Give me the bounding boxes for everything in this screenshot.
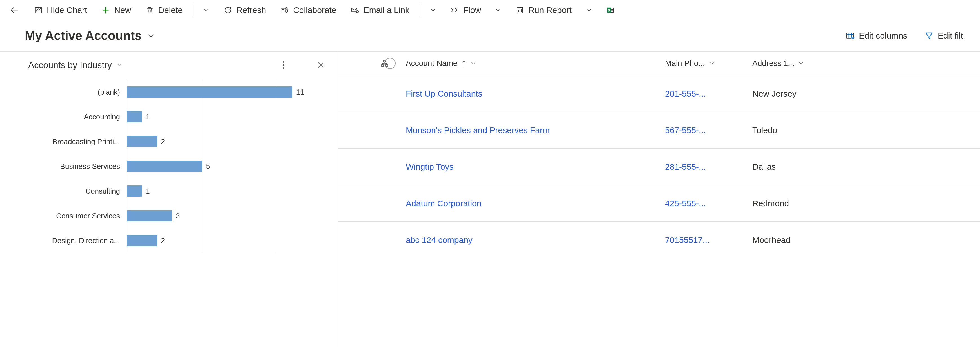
refresh-icon [223,6,232,15]
column-header-address-city[interactable]: Address 1... [752,59,840,68]
chart-bar-track: 2 [127,129,326,154]
refresh-button[interactable]: Refresh [218,1,272,19]
back-button[interactable] [10,5,25,15]
main-phone-link[interactable]: 201-555-... [665,89,706,98]
chart-bar-row: Broadcasting Printi...2 [28,129,326,154]
account-name-link[interactable]: Munson's Pickles and Preserves Farm [406,125,550,135]
column-header-account-name[interactable]: Account Name [406,59,665,68]
account-name-link[interactable]: abc 124 company [406,235,473,245]
chevron-down-icon [708,60,715,67]
run-report-button[interactable]: Run Report [510,1,577,19]
chart-bar-label: Business Services [28,162,127,171]
view-header: My Active Accounts Edit columns Edit fil… [0,20,980,51]
table-row[interactable]: First Up Consultants201-555-...New Jerse… [338,75,980,112]
column-label: Main Pho... [665,59,705,68]
chevron-down-icon [116,61,123,69]
chart-bar-label: Design, Direction a... [28,236,127,245]
column-label: Account Name [406,59,458,68]
chart-bar[interactable] [127,111,142,122]
new-button[interactable]: New [95,1,137,19]
hide-chart-label: Hide Chart [47,5,87,15]
trash-icon [145,6,154,15]
sort-asc-icon [461,60,467,67]
chevron-down-icon [495,6,502,14]
svg-point-1 [286,7,287,9]
chart-bar[interactable] [127,210,172,222]
table-row[interactable]: abc 124 company70155517...Moorhead [338,222,980,258]
chart-bar-row: Consulting1 [28,179,326,203]
main-phone-link[interactable]: 70155517... [665,235,710,245]
chart-bar-row: Consumer Services3 [28,203,326,228]
collaborate-button[interactable]: Collaborate [274,1,342,19]
chart-bar[interactable] [127,136,157,147]
view-title-label: My Active Accounts [25,29,142,43]
svg-point-8 [283,64,284,66]
chevron-down-icon [798,60,805,67]
chart-bar-row: Business Services5 [28,154,326,179]
chart-bar[interactable] [127,235,157,246]
chart-bar-row: Design, Direction a...2 [28,228,326,253]
excel-icon [606,6,615,15]
chart-bar[interactable] [127,161,202,172]
view-selector[interactable]: My Active Accounts [25,29,155,43]
account-name-link[interactable]: Adatum Corporation [406,199,481,208]
chart-body: (blank)11Accounting1Broadcasting Printi.… [0,80,337,253]
account-name-link[interactable]: Wingtip Toys [406,162,453,172]
edit-columns-button[interactable]: Edit columns [840,31,913,41]
address-city-value: Dallas [752,162,776,172]
email-link-icon [350,6,360,15]
edit-filters-button[interactable]: Edit filt [919,31,969,41]
delete-label: Delete [158,5,183,15]
column-header-main-phone[interactable]: Main Pho... [665,59,752,68]
main-phone-link[interactable]: 425-555-... [665,199,706,208]
chart-bar[interactable] [127,86,292,98]
chart-bar-track: 1 [127,179,326,203]
content-area: Accounts by Industry (blank)11Accounting… [0,51,980,347]
chart-header: Accounts by Industry [0,52,337,80]
flow-dropdown[interactable] [490,1,507,19]
excel-button[interactable] [600,1,615,19]
chart-selector[interactable]: Accounts by Industry [28,60,123,70]
report-icon [515,6,524,15]
email-link-split-button[interactable] [424,1,442,19]
grid-rows: First Up Consultants201-555-...New Jerse… [338,75,980,258]
delete-button[interactable]: Delete [140,1,188,19]
hide-chart-button[interactable]: Hide Chart [28,1,93,19]
chart-bar-track: 11 [127,80,326,105]
grid-header: Account Name Main Pho... Address 1... [338,52,980,75]
table-row[interactable]: Wingtip Toys281-555-...Dallas [338,148,980,185]
refresh-label: Refresh [236,5,266,15]
chart-bar-label: Accounting [28,112,127,121]
new-label: New [114,5,131,15]
run-report-label: Run Report [528,5,571,15]
chart-close-button[interactable] [313,57,329,73]
run-report-dropdown[interactable] [580,1,598,19]
svg-rect-2 [352,8,357,11]
delete-split-button[interactable] [197,1,215,19]
chevron-down-icon [430,6,437,14]
chart-more-button[interactable] [275,57,291,73]
flow-label: Flow [463,5,481,15]
chart-bar[interactable] [127,185,142,197]
chart-bar-track: 2 [127,228,326,253]
main-phone-link[interactable]: 281-555-... [665,162,706,172]
edit-columns-icon [845,31,855,41]
svg-point-7 [283,61,284,63]
chart-bar-value: 2 [161,236,165,245]
separator [420,4,420,17]
chart-title-label: Accounts by Industry [28,60,112,70]
close-icon [317,61,325,69]
flow-button[interactable]: Flow [445,1,487,19]
table-row[interactable]: Adatum Corporation425-555-...Redmond [338,185,980,222]
main-phone-link[interactable]: 567-555-... [665,125,706,135]
plus-icon [101,6,110,15]
collaborate-label: Collaborate [293,5,336,15]
table-row[interactable]: Munson's Pickles and Preserves Farm567-5… [338,112,980,148]
chart-bar-value: 5 [206,162,210,171]
account-name-link[interactable]: First Up Consultants [406,89,482,98]
chevron-down-icon [470,60,477,67]
select-all-checkbox[interactable] [384,58,396,69]
address-city-value: Moorhead [752,235,791,245]
chart-pane: Accounts by Industry (blank)11Accounting… [0,52,338,347]
email-link-button[interactable]: Email a Link [345,1,415,19]
